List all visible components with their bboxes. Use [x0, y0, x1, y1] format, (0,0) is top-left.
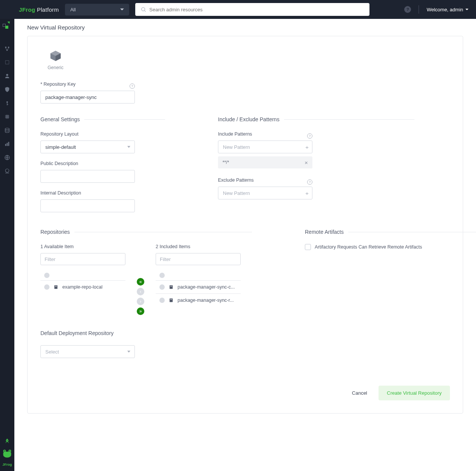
svg-line-1	[144, 11, 145, 12]
top-header: JFrog Platform All ? Welcome, admin	[0, 0, 476, 19]
help-icon[interactable]: ?	[404, 6, 411, 13]
divider	[419, 5, 419, 14]
logo: JFrog Platform	[19, 6, 59, 13]
resource-filter-dropdown[interactable]: All	[65, 4, 129, 15]
header-right: ? Welcome, admin	[404, 5, 468, 14]
search-icon	[141, 6, 146, 12]
search-input[interactable]	[149, 7, 364, 12]
logo-frog: Frog	[22, 6, 36, 13]
logo-platform: Platform	[35, 6, 59, 13]
welcome-label: Welcome, admin	[427, 7, 463, 12]
logo-j: J	[19, 6, 22, 13]
user-menu[interactable]: Welcome, admin	[427, 7, 468, 12]
search-field[interactable]	[135, 3, 369, 16]
svg-point-0	[141, 8, 145, 11]
filter-label: All	[70, 7, 76, 12]
